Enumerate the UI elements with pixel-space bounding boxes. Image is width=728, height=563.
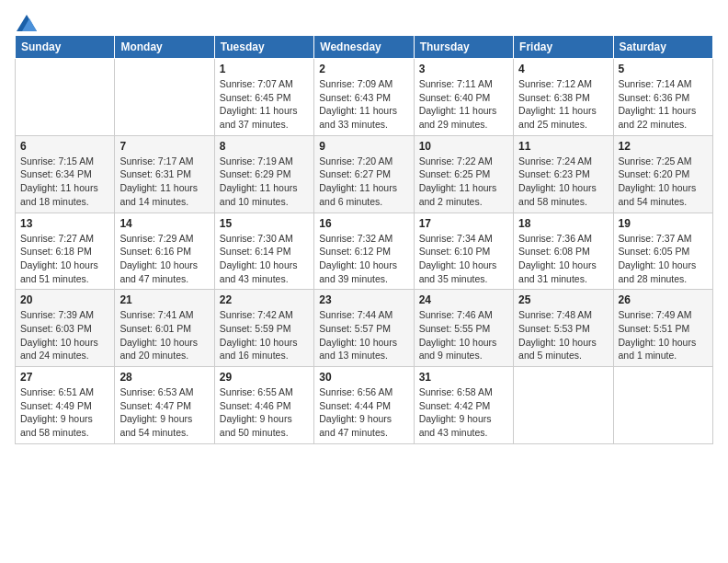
day-number: 3 (419, 63, 508, 75)
day-info: Sunrise: 7:42 AM Sunset: 5:59 PM Dayligh… (220, 308, 309, 362)
day-number: 22 (220, 293, 309, 306)
day-number: 17 (419, 217, 508, 230)
calendar-week-3: 13Sunrise: 7:27 AM Sunset: 6:18 PM Dayli… (16, 213, 713, 290)
calendar-cell: 21Sunrise: 7:41 AM Sunset: 6:01 PM Dayli… (115, 290, 214, 367)
calendar-cell: 23Sunrise: 7:44 AM Sunset: 5:57 PM Dayli… (314, 290, 414, 367)
day-info: Sunrise: 7:25 AM Sunset: 6:20 PM Dayligh… (619, 155, 708, 209)
day-info: Sunrise: 7:30 AM Sunset: 6:14 PM Dayligh… (220, 232, 309, 286)
calendar-cell: 10Sunrise: 7:22 AM Sunset: 6:25 PM Dayli… (414, 135, 513, 213)
day-info: Sunrise: 7:11 AM Sunset: 6:40 PM Dayligh… (419, 77, 508, 132)
calendar-header-tuesday: Tuesday (214, 36, 313, 59)
calendar-cell: 3Sunrise: 7:11 AM Sunset: 6:40 PM Daylig… (414, 59, 513, 136)
calendar-cell (613, 367, 712, 444)
day-info: Sunrise: 7:09 AM Sunset: 6:43 PM Dayligh… (319, 77, 408, 132)
day-number: 19 (619, 217, 708, 230)
day-number: 21 (119, 293, 209, 306)
day-number: 9 (319, 140, 408, 153)
day-number: 4 (518, 63, 608, 75)
calendar-cell: 22Sunrise: 7:42 AM Sunset: 5:59 PM Dayli… (214, 290, 313, 367)
day-number: 18 (518, 217, 608, 230)
calendar-header-sunday: Sunday (16, 36, 115, 59)
day-info: Sunrise: 7:19 AM Sunset: 6:29 PM Dayligh… (220, 155, 309, 209)
calendar-cell: 6Sunrise: 7:15 AM Sunset: 6:34 PM Daylig… (16, 135, 115, 213)
calendar-cell: 24Sunrise: 7:46 AM Sunset: 5:55 PM Dayli… (414, 290, 513, 367)
day-info: Sunrise: 7:32 AM Sunset: 6:12 PM Dayligh… (319, 232, 408, 286)
day-info: Sunrise: 7:12 AM Sunset: 6:38 PM Dayligh… (518, 77, 608, 132)
day-info: Sunrise: 7:36 AM Sunset: 6:08 PM Dayligh… (518, 232, 608, 286)
calendar-cell (16, 59, 115, 136)
calendar-cell: 18Sunrise: 7:36 AM Sunset: 6:08 PM Dayli… (514, 213, 613, 290)
day-info: Sunrise: 7:49 AM Sunset: 5:51 PM Dayligh… (619, 308, 708, 362)
calendar-cell: 17Sunrise: 7:34 AM Sunset: 6:10 PM Dayli… (414, 213, 513, 290)
calendar-cell: 15Sunrise: 7:30 AM Sunset: 6:14 PM Dayli… (214, 213, 313, 290)
day-number: 15 (220, 217, 309, 230)
day-info: Sunrise: 7:20 AM Sunset: 6:27 PM Dayligh… (319, 155, 408, 209)
calendar-cell: 26Sunrise: 7:49 AM Sunset: 5:51 PM Dayli… (613, 290, 712, 367)
day-info: Sunrise: 7:41 AM Sunset: 6:01 PM Dayligh… (119, 308, 209, 362)
day-info: Sunrise: 6:58 AM Sunset: 4:42 PM Dayligh… (419, 385, 508, 440)
day-info: Sunrise: 7:29 AM Sunset: 6:16 PM Dayligh… (119, 232, 209, 286)
calendar-cell: 19Sunrise: 7:37 AM Sunset: 6:05 PM Dayli… (613, 213, 712, 290)
calendar-cell: 9Sunrise: 7:20 AM Sunset: 6:27 PM Daylig… (314, 135, 414, 213)
day-number: 13 (20, 217, 109, 230)
day-info: Sunrise: 7:34 AM Sunset: 6:10 PM Dayligh… (419, 232, 508, 286)
day-number: 12 (619, 140, 708, 153)
calendar-week-5: 27Sunrise: 6:51 AM Sunset: 4:49 PM Dayli… (16, 367, 713, 444)
day-number: 24 (419, 293, 508, 306)
calendar-cell: 30Sunrise: 6:56 AM Sunset: 4:44 PM Dayli… (314, 367, 414, 444)
day-number: 26 (619, 293, 708, 306)
calendar-body: 1Sunrise: 7:07 AM Sunset: 6:45 PM Daylig… (16, 59, 713, 444)
day-info: Sunrise: 6:56 AM Sunset: 4:44 PM Dayligh… (319, 385, 408, 440)
calendar-header-monday: Monday (115, 36, 214, 59)
day-number: 8 (220, 140, 309, 153)
day-number: 6 (20, 140, 109, 153)
day-info: Sunrise: 7:27 AM Sunset: 6:18 PM Dayligh… (20, 232, 109, 286)
day-number: 1 (220, 63, 309, 75)
day-info: Sunrise: 7:22 AM Sunset: 6:25 PM Dayligh… (419, 155, 508, 209)
day-info: Sunrise: 7:48 AM Sunset: 5:53 PM Dayligh… (518, 308, 608, 362)
day-number: 7 (119, 140, 209, 153)
day-number: 29 (220, 371, 309, 384)
calendar-cell: 31Sunrise: 6:58 AM Sunset: 4:42 PM Dayli… (414, 367, 513, 444)
day-number: 2 (319, 63, 408, 75)
day-info: Sunrise: 7:24 AM Sunset: 6:23 PM Dayligh… (518, 155, 608, 209)
calendar-cell: 20Sunrise: 7:39 AM Sunset: 6:03 PM Dayli… (16, 290, 115, 367)
day-number: 30 (319, 371, 408, 384)
calendar-cell: 4Sunrise: 7:12 AM Sunset: 6:38 PM Daylig… (514, 59, 613, 136)
calendar-header-thursday: Thursday (414, 36, 513, 59)
day-number: 5 (619, 63, 708, 75)
day-number: 20 (20, 293, 109, 306)
calendar-table: SundayMondayTuesdayWednesdayThursdayFrid… (15, 35, 713, 444)
calendar-cell: 25Sunrise: 7:48 AM Sunset: 5:53 PM Dayli… (514, 290, 613, 367)
calendar-cell: 27Sunrise: 6:51 AM Sunset: 4:49 PM Dayli… (16, 367, 115, 444)
calendar-header-row: SundayMondayTuesdayWednesdayThursdayFrid… (16, 36, 713, 59)
day-number: 25 (518, 293, 608, 306)
calendar-header-friday: Friday (514, 36, 613, 59)
calendar-cell: 29Sunrise: 6:55 AM Sunset: 4:46 PM Dayli… (214, 367, 313, 444)
calendar-cell: 2Sunrise: 7:09 AM Sunset: 6:43 PM Daylig… (314, 59, 414, 136)
day-info: Sunrise: 7:44 AM Sunset: 5:57 PM Dayligh… (319, 308, 408, 362)
day-number: 10 (419, 140, 508, 153)
calendar-cell: 16Sunrise: 7:32 AM Sunset: 6:12 PM Dayli… (314, 213, 414, 290)
calendar-header-saturday: Saturday (613, 36, 712, 59)
day-info: Sunrise: 7:17 AM Sunset: 6:31 PM Dayligh… (119, 155, 209, 209)
day-number: 28 (119, 371, 209, 384)
page-header (15, 15, 713, 28)
calendar-cell: 7Sunrise: 7:17 AM Sunset: 6:31 PM Daylig… (115, 135, 214, 213)
day-number: 14 (119, 217, 209, 230)
calendar-cell: 28Sunrise: 6:53 AM Sunset: 4:47 PM Dayli… (115, 367, 214, 444)
calendar-week-1: 1Sunrise: 7:07 AM Sunset: 6:45 PM Daylig… (16, 59, 713, 136)
calendar-cell: 11Sunrise: 7:24 AM Sunset: 6:23 PM Dayli… (514, 135, 613, 213)
calendar-cell (514, 367, 613, 444)
calendar-cell (115, 59, 214, 136)
day-info: Sunrise: 7:07 AM Sunset: 6:45 PM Dayligh… (220, 77, 309, 132)
day-number: 27 (20, 371, 109, 384)
calendar-cell: 12Sunrise: 7:25 AM Sunset: 6:20 PM Dayli… (613, 135, 712, 213)
calendar-cell: 1Sunrise: 7:07 AM Sunset: 6:45 PM Daylig… (214, 59, 313, 136)
day-number: 11 (518, 140, 608, 153)
day-info: Sunrise: 7:46 AM Sunset: 5:55 PM Dayligh… (419, 308, 508, 362)
logo (15, 15, 37, 28)
day-info: Sunrise: 6:51 AM Sunset: 4:49 PM Dayligh… (20, 385, 109, 440)
calendar-cell: 5Sunrise: 7:14 AM Sunset: 6:36 PM Daylig… (613, 59, 712, 136)
day-info: Sunrise: 6:53 AM Sunset: 4:47 PM Dayligh… (119, 385, 209, 440)
